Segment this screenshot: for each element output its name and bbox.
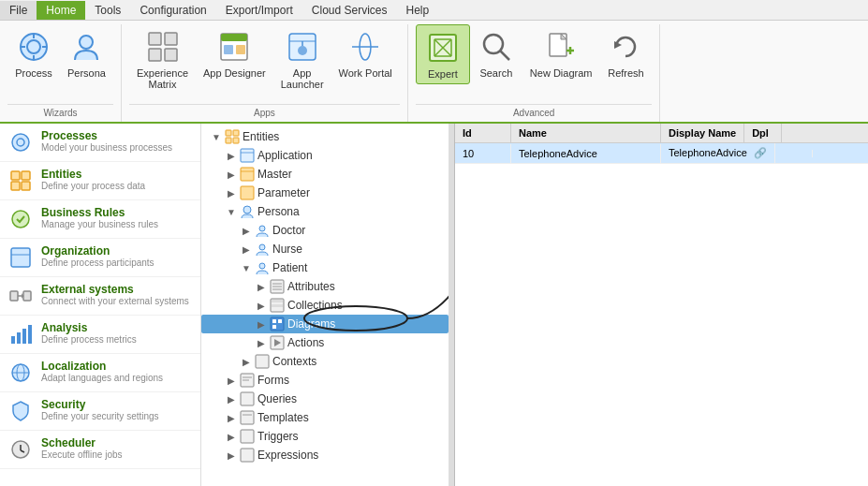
refresh-button[interactable]: Refresh — [599, 24, 652, 82]
expand-collections[interactable]: ▶ — [254, 301, 269, 311]
splitter[interactable] — [449, 124, 455, 486]
svg-rect-85 — [241, 392, 254, 405]
tree-node-actions[interactable]: ▶ Actions — [201, 333, 449, 352]
menu-home[interactable]: Home — [37, 1, 85, 20]
svg-rect-13 — [224, 45, 233, 54]
menu-file[interactable]: File — [0, 1, 37, 20]
svg-rect-58 — [233, 138, 239, 143]
search-icon — [478, 28, 515, 66]
tree-node-master[interactable]: ▶ Master — [201, 165, 449, 184]
scheduler-title: Scheduler — [41, 436, 123, 449]
col-header-dpl[interactable]: Dpl — [744, 124, 782, 142]
svg-rect-57 — [226, 138, 231, 143]
menu-help[interactable]: Help — [397, 1, 439, 20]
tree-node-attributes[interactable]: ▶ Attributes — [201, 277, 449, 296]
expert-icon — [424, 29, 462, 66]
persona-tree-icon — [239, 204, 256, 219]
expand-entities[interactable]: ▼ — [209, 132, 224, 142]
experience-matrix-icon — [144, 28, 182, 66]
sidebar-item-business-rules[interactable]: Business Rules Manage your business rule… — [0, 200, 200, 239]
tree-node-persona[interactable]: ▼ Persona — [201, 202, 449, 221]
svg-rect-73 — [272, 300, 283, 302]
expand-patient[interactable]: ▼ — [239, 263, 254, 273]
tree-node-parameter[interactable]: ▶ Parameter — [201, 184, 449, 202]
sidebar-item-entities[interactable]: Entities Define your process data — [0, 162, 200, 200]
col-header-name[interactable]: Name — [511, 124, 661, 142]
svg-point-64 — [243, 206, 251, 214]
expand-actions[interactable]: ▶ — [254, 338, 269, 348]
process-button[interactable]: Process — [7, 24, 60, 82]
expand-queries[interactable]: ▶ — [224, 394, 239, 405]
organization-desc: Define process participants — [41, 258, 154, 268]
cell-id-1: 10 — [455, 144, 511, 163]
expand-master[interactable]: ▶ — [224, 169, 239, 180]
work-portal-button[interactable]: Work Portal — [331, 24, 400, 82]
tree-node-diagrams[interactable]: ▶ Diagrams — [201, 315, 449, 333]
expand-contexts[interactable]: ▶ — [239, 357, 254, 367]
expand-persona[interactable]: ▼ — [224, 207, 239, 217]
sidebar-item-organization[interactable]: Organization Define process participants — [0, 239, 200, 277]
expand-nurse[interactable]: ▶ — [239, 244, 254, 255]
menu-configuration[interactable]: Configuration — [130, 1, 215, 20]
expand-application[interactable]: ▶ — [224, 151, 239, 161]
triggers-label: Triggers — [257, 430, 299, 443]
expressions-label: Expressions — [257, 449, 318, 462]
tree-node-entities[interactable]: ▼ Entities — [201, 127, 449, 146]
sidebar-item-localization[interactable]: Localization Adapt languages and regions — [0, 354, 200, 392]
work-portal-label: Work Portal — [339, 67, 392, 79]
menu-export-import[interactable]: Export/Import — [216, 1, 302, 20]
business-rules-title: Business Rules — [41, 206, 158, 219]
business-rules-desc: Manage your business rules — [41, 219, 158, 229]
svg-rect-14 — [236, 45, 245, 54]
experience-matrix-button[interactable]: Experience Matrix — [129, 24, 196, 94]
svg-rect-10 — [165, 49, 177, 61]
tree-node-doctor[interactable]: ▶ Doctor — [201, 221, 449, 240]
expert-button[interactable]: Expert — [416, 24, 470, 84]
new-diagram-button[interactable]: New Diagram — [522, 24, 600, 82]
tree-node-application[interactable]: ▶ Application — [201, 146, 449, 165]
expand-doctor[interactable]: ▶ — [239, 226, 254, 236]
grid-row-1[interactable]: 10 TelephoneAdvice TelephoneAdvice 🔗 — [455, 143, 868, 164]
svg-rect-47 — [22, 329, 26, 344]
search-button[interactable]: Search — [470, 24, 522, 82]
link-icon-1[interactable]: 🔗 — [754, 147, 767, 158]
col-header-display-name[interactable]: Display Name — [661, 124, 744, 142]
expand-forms[interactable]: ▶ — [224, 376, 239, 386]
expand-diagrams[interactable]: ▶ — [254, 319, 269, 330]
menu-cloud-services[interactable]: Cloud Services — [302, 1, 397, 20]
localization-title: Localization — [41, 360, 163, 373]
tree-node-templates[interactable]: ▶ Templates — [201, 408, 449, 427]
persona-icon — [67, 28, 105, 66]
sidebar-item-security[interactable]: Security Define your security settings — [0, 392, 200, 431]
menu-tools[interactable]: Tools — [85, 1, 130, 20]
diagrams-tree-icon — [269, 317, 286, 331]
app-designer-button[interactable]: App Designer — [196, 24, 273, 82]
expand-triggers[interactable]: ▶ — [224, 432, 239, 442]
expand-expressions[interactable]: ▶ — [224, 450, 239, 461]
external-systems-text: External systems Connect with your exter… — [41, 283, 189, 306]
security-desc: Define your security settings — [41, 411, 159, 421]
persona-button[interactable]: Persona — [60, 24, 113, 82]
tree-node-triggers[interactable]: ▶ Triggers — [201, 427, 449, 446]
svg-rect-35 — [22, 171, 30, 180]
sidebar-item-processes[interactable]: Processes Model your business processes — [0, 124, 200, 162]
application-label: Application — [257, 149, 313, 162]
sidebar-item-scheduler[interactable]: Scheduler Execute offline jobs — [0, 431, 200, 469]
tree-node-forms[interactable]: ▶ Forms — [201, 371, 449, 390]
svg-point-32 — [12, 134, 29, 151]
tree-node-nurse[interactable]: ▶ Nurse — [201, 240, 449, 258]
tree-node-collections[interactable]: ▶ Collections — [201, 296, 449, 315]
sidebar-item-analysis[interactable]: Analysis Define process metrics — [0, 316, 200, 354]
col-header-id[interactable]: Id — [455, 124, 511, 142]
sidebar-item-external-systems[interactable]: External systems Connect with your exter… — [0, 277, 200, 316]
tree-node-patient[interactable]: ▼ Patient — [201, 258, 449, 277]
app-launcher-button[interactable]: App Launcher — [273, 24, 331, 94]
expand-parameter[interactable]: ▶ — [224, 188, 239, 199]
expand-attributes[interactable]: ▶ — [254, 282, 269, 292]
new-diagram-label: New Diagram — [530, 67, 593, 79]
expand-templates[interactable]: ▶ — [224, 413, 239, 423]
tree-node-expressions[interactable]: ▶ Expressions — [201, 446, 449, 464]
parameter-tree-icon — [239, 185, 256, 200]
tree-node-queries[interactable]: ▶ Queries — [201, 390, 449, 408]
tree-node-contexts[interactable]: ▶ Contexts — [201, 352, 449, 371]
